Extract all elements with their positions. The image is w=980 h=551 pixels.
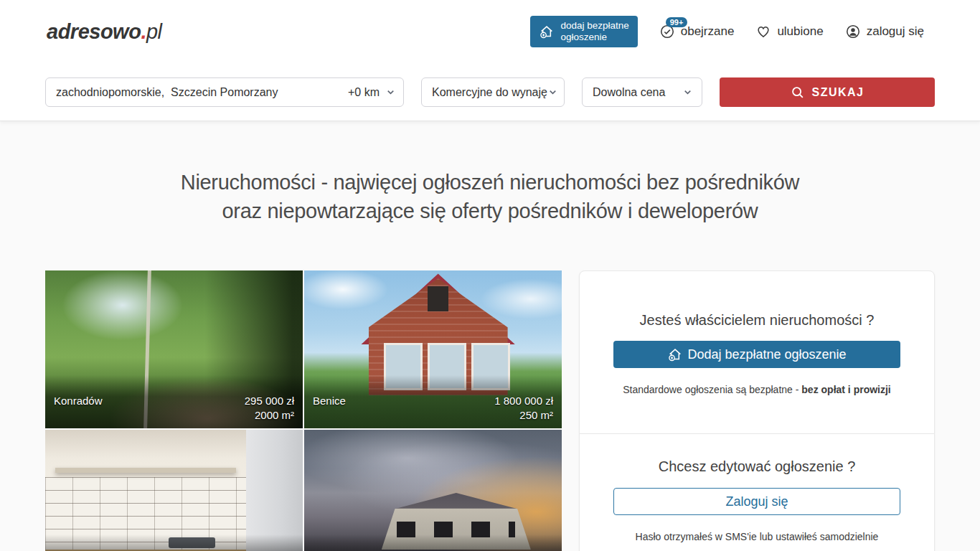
photo-decoration [55, 468, 235, 473]
login-button-label: Zaloguj się [725, 494, 788, 509]
logo-dot: . [141, 20, 146, 43]
viewed-link[interactable]: 99+ obejrzane [659, 24, 735, 39]
listing-overlay: Benice 1 800 000 zł 250 m² [304, 375, 562, 428]
site-header: adresowo.pl dodaj bezpłatneogłoszenie 99… [0, 0, 980, 121]
house-plus-icon [667, 347, 683, 362]
logo-text-tld: pl [146, 20, 162, 43]
login-label: zaloguj się [867, 24, 924, 39]
listing-overlay: Gliwice Śródmieście, ul 615 000 zł [45, 534, 303, 551]
search-submit-button[interactable]: SZUKAJ [720, 77, 935, 107]
edit-section-title: Chcesz edytować ogłoszenie ? [600, 456, 914, 476]
page-title-line1: Nieruchomości - najwięcej ogłoszeń nieru… [0, 168, 980, 197]
listings-grid: Konradów 295 000 zł 2000 m² Benice 1 800… [45, 270, 562, 551]
logo-text-main: adresowo [47, 20, 141, 43]
category-select[interactable]: Komercyjne do wynaję [421, 77, 565, 107]
listing-name: Benice [313, 394, 346, 408]
login-button[interactable]: Zaloguj się [613, 488, 900, 515]
header-top-row: adresowo.pl dodaj bezpłatneogłoszenie 99… [0, 0, 980, 63]
listing-area: 250 m² [494, 408, 553, 423]
owner-section-note: Standardowe ogłoszenia są bezpłatne - be… [600, 384, 914, 395]
photo-decoration [428, 286, 448, 311]
site-logo[interactable]: adresowo.pl [47, 20, 162, 44]
search-bar: +0 km Komercyjne do wynaję Dowolna cena … [0, 77, 980, 107]
listing-overlay: Zalesie 1 100 000 zł [304, 534, 562, 551]
heart-icon [755, 24, 771, 39]
search-submit-label: SZUKAJ [811, 86, 864, 99]
price-value: Dowolna cena [593, 86, 665, 99]
chevron-down-icon [385, 87, 396, 98]
page-title: Nieruchomości - najwięcej ogłoszeń nieru… [0, 168, 980, 225]
location-input-group: +0 km [45, 77, 404, 107]
listing-name: Konradów [54, 394, 103, 408]
price-select[interactable]: Dowolna cena [582, 77, 702, 107]
listing-card-konradow[interactable]: Konradów 295 000 zł 2000 m² [45, 270, 303, 428]
page-title-line2: oraz niepowtarzające się oferty pośredni… [0, 197, 980, 225]
listing-price-block: 1 800 000 zł 250 m² [494, 394, 553, 423]
favorites-label: ulubione [777, 24, 823, 39]
listing-card-zalesie[interactable]: Zalesie 1 100 000 zł [304, 430, 562, 551]
header-actions: dodaj bezpłatneogłoszenie 99+ obejrzane … [530, 16, 924, 47]
viewed-icon-wrap: 99+ [659, 24, 675, 39]
listing-card-gliwice[interactable]: Gliwice Śródmieście, ul 615 000 zł [45, 430, 303, 551]
login-link[interactable]: zaloguj się [845, 24, 924, 39]
main-content: Konradów 295 000 zł 2000 m² Benice 1 800… [45, 270, 935, 551]
listing-price: 1 800 000 zł [494, 394, 553, 408]
search-icon [790, 85, 806, 100]
add-listing-button[interactable]: dodaj bezpłatneogłoszenie [530, 16, 637, 47]
listing-card-benice[interactable]: Benice 1 800 000 zł 250 m² [304, 270, 562, 428]
add-listing-label: dodaj bezpłatneogłoszenie [560, 20, 628, 43]
chevron-down-icon [682, 87, 693, 98]
photo-decoration [246, 430, 303, 551]
edit-section-note: Hasło otrzymałeś w SMS'ie lub ustawiłeś … [600, 531, 914, 542]
viewed-count-badge: 99+ [666, 17, 688, 27]
edit-section: Chcesz edytować ogłoszenie ? Zaloguj się… [580, 434, 934, 551]
listing-price-block: 295 000 zł 2000 m² [245, 394, 294, 423]
favorites-link[interactable]: ulubione [755, 24, 823, 39]
chevron-down-icon [547, 87, 558, 98]
listing-area: 2000 m² [245, 408, 294, 423]
house-plus-icon [539, 24, 555, 39]
owner-section: Jesteś właścicielem nieruchomości ? Doda… [580, 271, 934, 433]
listing-overlay: Konradów 295 000 zł 2000 m² [45, 375, 303, 428]
owner-section-title: Jesteś właścicielem nieruchomości ? [600, 310, 914, 330]
location-input[interactable] [56, 86, 342, 99]
radius-value: +0 km [348, 86, 380, 99]
radius-select[interactable]: +0 km [342, 86, 396, 99]
add-free-listing-button[interactable]: Dodaj bezpłatne ogłoszenie [613, 341, 900, 368]
owner-panel: Jesteś właścicielem nieruchomości ? Doda… [579, 270, 935, 551]
viewed-label: obejrzane [681, 24, 735, 39]
add-free-listing-label: Dodaj bezpłatne ogłoszenie [687, 347, 846, 362]
listing-price: 295 000 zł [245, 394, 294, 408]
category-value: Komercyjne do wynaję [432, 86, 547, 99]
user-circle-icon [845, 24, 861, 39]
